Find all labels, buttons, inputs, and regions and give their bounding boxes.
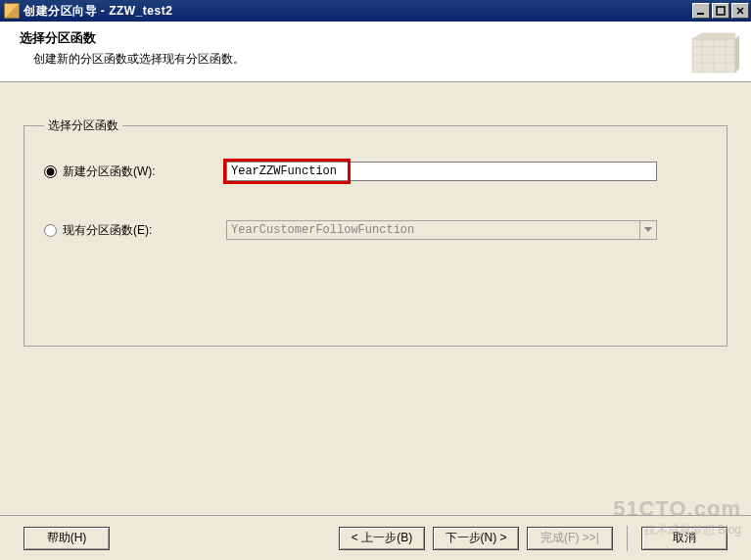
button-separator <box>627 526 628 551</box>
close-button[interactable] <box>731 3 749 19</box>
new-function-radio[interactable] <box>44 165 57 178</box>
title-bar: 创建分区向导 - ZZW_test2 <box>0 0 751 22</box>
cancel-button[interactable]: 取消 <box>641 527 728 550</box>
existing-function-label-text: 现有分区函数(E): <box>63 222 152 239</box>
wizard-body: 选择分区函数 新建分区函数(W): 现有分区函数(E): <box>0 82 751 515</box>
back-button[interactable]: < 上一步(B) <box>339 527 425 550</box>
wizard-icon <box>688 31 739 76</box>
svg-marker-10 <box>735 35 739 72</box>
app-icon <box>4 3 20 19</box>
svg-rect-0 <box>697 13 704 15</box>
window-title: 创建分区向导 - ZZW_test2 <box>23 3 172 20</box>
new-function-input[interactable] <box>226 162 657 181</box>
page-title: 选择分区函数 <box>20 29 245 47</box>
existing-function-dropdown: YearCustomerFollowFunction <box>226 220 657 240</box>
minimize-button[interactable] <box>692 3 710 19</box>
existing-function-radio[interactable] <box>44 224 57 237</box>
new-function-label-text: 新建分区函数(W): <box>63 163 156 180</box>
finish-button: 完成(F) >>| <box>527 527 613 550</box>
svg-marker-11 <box>644 227 652 232</box>
wizard-header: 选择分区函数 创建新的分区函数或选择现有分区函数。 <box>0 22 751 82</box>
page-subtitle: 创建新的分区函数或选择现有分区函数。 <box>20 51 245 68</box>
help-button[interactable]: 帮助(H) <box>23 527 110 550</box>
dropdown-arrow-button <box>639 220 657 240</box>
new-function-radio-label[interactable]: 新建分区函数(W): <box>44 163 226 180</box>
svg-marker-9 <box>692 33 735 39</box>
next-button[interactable]: 下一步(N) > <box>433 527 519 550</box>
partition-function-group: 选择分区函数 新建分区函数(W): 现有分区函数(E): <box>23 117 728 347</box>
svg-rect-1 <box>717 7 725 15</box>
existing-function-radio-label[interactable]: 现有分区函数(E): <box>44 222 226 239</box>
wizard-footer: 帮助(H) < 上一步(B) 下一步(N) > 完成(F) >>| 取消 <box>0 515 751 560</box>
chevron-down-icon <box>644 227 652 233</box>
maximize-button[interactable] <box>712 3 729 19</box>
existing-function-value: YearCustomerFollowFunction <box>226 220 639 240</box>
group-legend: 选择分区函数 <box>44 117 122 134</box>
